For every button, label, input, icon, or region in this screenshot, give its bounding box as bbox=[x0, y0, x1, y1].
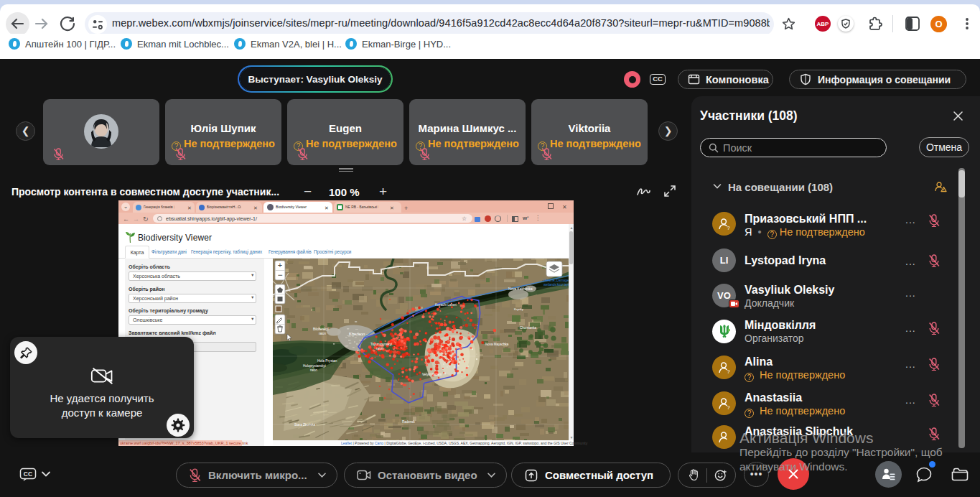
svg-text:wetlands.kmz layer: wetlands.kmz layer bbox=[543, 283, 569, 287]
svg-text:?: ? bbox=[727, 225, 730, 231]
svg-text:raion: raion bbox=[310, 368, 318, 372]
svg-text:raion: raion bbox=[319, 332, 327, 335]
svg-text:Stara Zburivka: Stara Zburivka bbox=[294, 423, 316, 427]
svg-text:Radensk: Radensk bbox=[402, 420, 416, 424]
svg-text:Chornianka: Chornianka bbox=[520, 326, 537, 330]
svg-text:−: − bbox=[277, 270, 282, 280]
svg-text:Holoprystanskyi: Holoprystanskyi bbox=[303, 364, 326, 368]
svg-text:?: ? bbox=[727, 368, 730, 375]
svg-text:Bilozerskyi: Bilozerskyi bbox=[313, 328, 329, 331]
svg-text:CC: CC bbox=[24, 470, 32, 478]
svg-text:Tsyurupynskyi: Tsyurupynskyi bbox=[370, 343, 392, 346]
svg-text:Hola Prystan: Hola Prystan bbox=[317, 359, 337, 363]
svg-text:+: + bbox=[278, 261, 282, 269]
svg-text:?: ? bbox=[727, 404, 730, 411]
svg-text:Nova Mayachka: Nova Mayachka bbox=[485, 343, 509, 346]
svg-text:Nova Kakhovka: Nova Kakhovka bbox=[508, 287, 533, 291]
svg-text:Kherson: Kherson bbox=[349, 332, 365, 336]
svg-text:Ukraine_DamageAs...: Ukraine_DamageAs... bbox=[543, 279, 569, 282]
svg-text:Kozachi Laheri: Kozachi Laheri bbox=[435, 303, 457, 307]
svg-text:raion: raion bbox=[376, 347, 384, 350]
svg-text:Krynky: Krynky bbox=[514, 307, 524, 311]
svg-text:Velyki Kopani: Velyki Kopani bbox=[422, 373, 442, 376]
